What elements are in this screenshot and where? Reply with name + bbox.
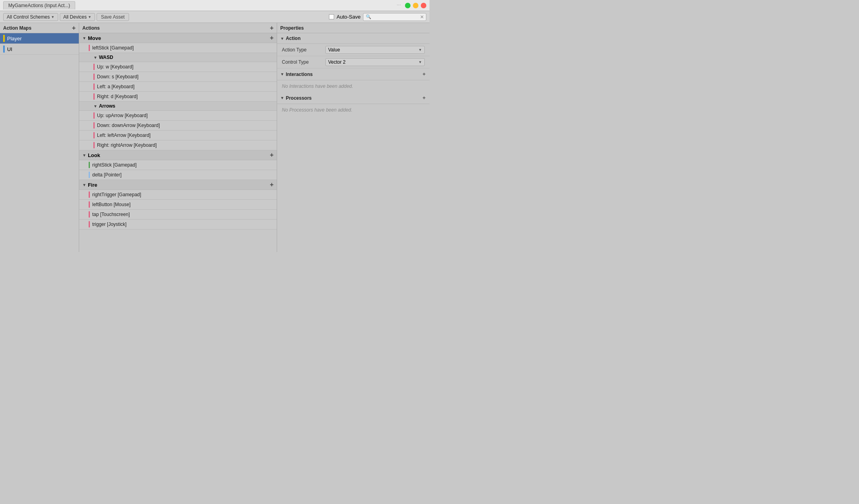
all-devices-arrow-icon: ▼ [88, 15, 91, 19]
righttrigger-bar [89, 191, 90, 198]
trigger-bar [89, 221, 90, 227]
actions-header: Actions + [79, 23, 277, 33]
action-item-right-arrow[interactable]: Right: rightArrow [Keyboard] [79, 140, 277, 150]
action-maps-panel: Action Maps + Player UI [0, 23, 79, 252]
toolbar: All Control Schemes ▼ All Devices ▼ Save… [0, 11, 430, 23]
processors-empty-text: No Processors have been added. [277, 104, 430, 116]
save-asset-button[interactable]: Save Asset [97, 13, 129, 21]
action-group-move[interactable]: ▼ Move + [79, 33, 277, 43]
title-tab[interactable]: MyGameActions (Input Act...) [3, 1, 75, 9]
down-s-label: Down: s [Keyboard] [97, 74, 139, 80]
search-icon: 🔍 [366, 14, 371, 19]
action-item-leftstick[interactable]: leftStick [Gamepad] [79, 43, 277, 53]
action-group-fire[interactable]: ▼ Fire + [79, 180, 277, 190]
left-arrow-label: Left: leftArrow [Keyboard] [97, 133, 150, 138]
right-arrow-label: Right: rightArrow [Keyboard] [97, 142, 157, 148]
action-item-left-a[interactable]: Left: a [Keyboard] [79, 82, 277, 92]
actions-add-btn[interactable]: + [270, 25, 274, 31]
control-type-row: Control Type Vector 2 ▼ [277, 56, 430, 68]
subgroup-arrows[interactable]: ▼ Arrows [79, 102, 277, 111]
up-w-bar [93, 64, 95, 70]
action-item-trigger[interactable]: trigger [Joystick] [79, 220, 277, 229]
main-layout: Action Maps + Player UI Actions + ▼ Move… [0, 23, 430, 252]
up-arrow-bar [93, 112, 95, 119]
right-d-label: Right: d [Keyboard] [97, 94, 138, 99]
action-item-tap[interactable]: tap [Touchscreen] [79, 210, 277, 220]
look-group-add-btn[interactable]: + [270, 152, 274, 158]
autosave-checkbox[interactable] [329, 14, 334, 19]
tap-label: tap [Touchscreen] [92, 212, 130, 217]
actions-scroll: ▼ Move + leftStick [Gamepad] ▼ WASD Up: … [79, 33, 277, 252]
autosave-label: Auto-Save [336, 14, 361, 20]
actions-panel: Actions + ▼ Move + leftStick [Gamepad] ▼… [79, 23, 277, 252]
control-type-arrow-icon: ▼ [418, 60, 422, 64]
delta-label: delta [Pointer] [92, 172, 122, 178]
left-a-bar [93, 83, 95, 90]
action-item-leftbutton[interactable]: leftButton [Mouse] [79, 200, 277, 210]
ui-color-bar [3, 45, 5, 53]
actions-title: Actions [82, 25, 100, 31]
interactions-empty-text: No Interactions have been added. [277, 80, 430, 92]
action-item-delta[interactable]: delta [Pointer] [79, 170, 277, 180]
search-clear-icon[interactable]: ✕ [420, 14, 424, 20]
move-group-add-btn[interactable]: + [270, 35, 274, 41]
title-bar: MyGameActions (Input Act...) ⋯ [0, 0, 430, 11]
righttrigger-label: rightTrigger [Gamepad] [92, 192, 141, 197]
action-section-header[interactable]: ▼ Action [277, 33, 430, 44]
action-item-up-arrow[interactable]: Up: upArrow [Keyboard] [79, 111, 277, 121]
down-s-bar [93, 74, 95, 80]
move-group-label: Move [88, 35, 101, 41]
control-type-dropdown[interactable]: Vector 2 ▼ [325, 58, 425, 66]
action-maps-add-btn[interactable]: + [72, 25, 76, 31]
action-type-dropdown[interactable]: Value ▼ [325, 46, 425, 54]
action-maps-header: Action Maps + [0, 23, 79, 33]
action-section-label: Action [286, 36, 300, 41]
action-item-down-s[interactable]: Down: s [Keyboard] [79, 72, 277, 82]
window-minimize-btn[interactable] [413, 3, 418, 8]
control-type-value: Vector 2 [328, 59, 346, 65]
action-map-item-ui[interactable]: UI [0, 44, 79, 55]
interactions-section-label: Interactions [286, 72, 313, 77]
search-box: 🔍 ✕ [363, 13, 426, 21]
fire-chevron-icon: ▼ [82, 183, 86, 187]
leftstick-label: leftStick [Gamepad] [92, 45, 134, 51]
action-map-label-ui: UI [7, 46, 12, 52]
action-group-look[interactable]: ▼ Look + [79, 150, 277, 160]
interactions-chevron-icon: ▼ [280, 72, 284, 76]
window-close-btn[interactable] [421, 3, 426, 8]
fire-group-left: ▼ Fire [82, 182, 97, 188]
action-item-left-arrow[interactable]: Left: leftArrow [Keyboard] [79, 131, 277, 140]
processors-section-header[interactable]: ▼ Processors ＋ [277, 92, 430, 104]
action-section-chevron-icon: ▼ [280, 36, 284, 41]
control-schemes-arrow-icon: ▼ [51, 15, 55, 19]
properties-title: Properties [280, 25, 304, 31]
title-bar-controls: ⋯ [397, 3, 426, 8]
action-map-item-player[interactable]: Player [0, 33, 79, 44]
action-item-righttrigger[interactable]: rightTrigger [Gamepad] [79, 190, 277, 200]
rightstick-label: rightStick [Gamepad] [92, 162, 137, 168]
player-color-bar [3, 35, 5, 42]
move-chevron-icon: ▼ [82, 36, 86, 40]
interactions-add-btn[interactable]: ＋ [422, 71, 426, 78]
action-item-up-w[interactable]: Up: w [Keyboard] [79, 62, 277, 72]
search-input[interactable] [372, 14, 420, 20]
leftbutton-label: leftButton [Mouse] [92, 202, 131, 207]
control-type-label: Control Type [282, 59, 325, 65]
action-item-right-d[interactable]: Right: d [Keyboard] [79, 92, 277, 102]
action-item-rightstick[interactable]: rightStick [Gamepad] [79, 160, 277, 170]
right-arrow-bar [93, 142, 95, 148]
window-menu-icon[interactable]: ⋯ [397, 3, 401, 8]
control-schemes-dropdown[interactable]: All Control Schemes ▼ [3, 13, 58, 21]
interactions-section-header[interactable]: ▼ Interactions ＋ [277, 68, 430, 80]
processors-add-btn[interactable]: ＋ [422, 95, 426, 101]
wasd-label: WASD [99, 55, 113, 60]
action-item-down-arrow[interactable]: Down: downArrow [Keyboard] [79, 121, 277, 131]
all-devices-dropdown[interactable]: All Devices ▼ [60, 13, 95, 21]
properties-header: Properties [277, 23, 430, 33]
fire-group-add-btn[interactable]: + [270, 182, 274, 188]
up-w-label: Up: w [Keyboard] [97, 64, 133, 70]
window-maximize-btn[interactable] [405, 3, 410, 8]
arrows-chevron-icon: ▼ [93, 104, 97, 108]
subgroup-wasd[interactable]: ▼ WASD [79, 53, 277, 62]
action-type-row: Action Type Value ▼ [277, 44, 430, 56]
